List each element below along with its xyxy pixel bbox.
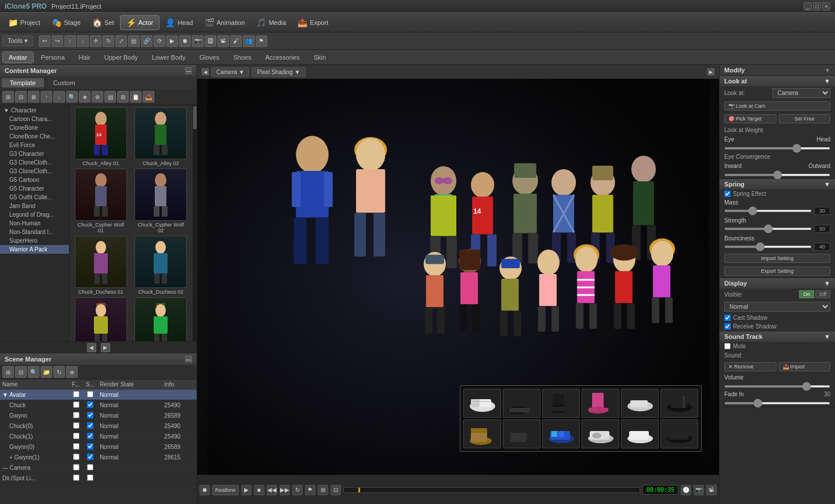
content-scrollbar[interactable] bbox=[192, 105, 197, 341]
tree-non-human[interactable]: Non-Human bbox=[0, 219, 69, 228]
spring-effect-checkbox[interactable] bbox=[724, 191, 731, 197]
content-tool-5[interactable]: ↓ bbox=[53, 91, 65, 103]
receive-shadow-checkbox[interactable] bbox=[724, 323, 731, 330]
tab-hair[interactable]: Hair bbox=[72, 52, 97, 63]
timeline-stop-button[interactable]: ■ bbox=[254, 485, 264, 495]
content-tool-7[interactable]: ★ bbox=[79, 91, 90, 103]
table-row[interactable]: Dir./Spot Li... bbox=[0, 473, 197, 484]
grid-prev-button[interactable]: ◀ bbox=[87, 343, 96, 352]
tab-template[interactable]: Template bbox=[2, 78, 44, 87]
move-down-button[interactable]: ↓ bbox=[77, 35, 89, 47]
record-button[interactable]: ⏺ bbox=[179, 35, 191, 47]
table-row[interactable]: Chuck(1) Normal 25490 bbox=[0, 432, 197, 442]
row-f[interactable] bbox=[70, 400, 84, 411]
look-at-select[interactable]: Camera bbox=[772, 88, 830, 98]
look-at-cam-button[interactable]: 📷 Look at Cam bbox=[724, 101, 830, 111]
cast-shadow-checkbox[interactable] bbox=[724, 315, 731, 321]
timeline-extra2-button[interactable]: ⊞ bbox=[318, 485, 328, 495]
content-import[interactable]: 📥 bbox=[143, 91, 154, 103]
shoe-item[interactable] bbox=[463, 419, 501, 448]
undo-button[interactable]: ↩ bbox=[39, 35, 50, 47]
tree-superhero[interactable]: SuperHero bbox=[0, 236, 69, 245]
tree-clonebone-che[interactable]: CloneBone Che... bbox=[0, 132, 69, 141]
grid-item-chuck-duchess-01[interactable]: Chuck_Duchess 01 bbox=[72, 236, 130, 295]
row-f[interactable] bbox=[70, 432, 84, 442]
tree-g5-cartoon[interactable]: G5 Cartoon bbox=[0, 176, 69, 184]
timeline-video-button[interactable]: 📽 bbox=[706, 485, 717, 495]
row-f[interactable] bbox=[70, 421, 84, 432]
scene-tool-4[interactable]: 📁 bbox=[41, 366, 52, 378]
tab-accessories[interactable]: Accessories bbox=[259, 52, 306, 63]
content-tool-11[interactable]: 📋 bbox=[130, 91, 141, 103]
shoe-item[interactable] bbox=[542, 389, 580, 418]
strength-slider[interactable] bbox=[724, 228, 812, 230]
content-tool-10[interactable]: ⊞ bbox=[117, 91, 129, 103]
tab-gloves[interactable]: Gloves bbox=[193, 52, 226, 63]
refresh-button[interactable]: ⟳ bbox=[154, 35, 165, 47]
scene-tool-5[interactable]: ↻ bbox=[53, 366, 65, 378]
maximize-button[interactable]: □ bbox=[813, 2, 821, 10]
row-s[interactable] bbox=[84, 442, 97, 452]
timeline-next-button[interactable]: ▶▶ bbox=[279, 485, 290, 495]
tools-menu[interactable]: Tools ▾ bbox=[2, 35, 33, 46]
timeline-loop-button[interactable]: ↻ bbox=[292, 485, 303, 495]
row-s[interactable] bbox=[84, 432, 97, 442]
content-manager-collapse[interactable]: — bbox=[185, 67, 192, 74]
shoe-item[interactable] bbox=[621, 389, 659, 418]
timeline-camera-button[interactable]: 📷 bbox=[694, 485, 704, 495]
move-button[interactable]: ✛ bbox=[90, 35, 101, 47]
row-s[interactable] bbox=[84, 400, 97, 411]
shoe-item[interactable] bbox=[542, 419, 580, 448]
scene-tool-6[interactable]: ⊕ bbox=[66, 366, 78, 378]
mute-checkbox[interactable] bbox=[724, 343, 731, 349]
pick-target-button[interactable]: 🎯 Pick Target bbox=[724, 114, 776, 123]
export-setting-button[interactable]: Export Setting bbox=[724, 266, 830, 276]
table-row[interactable]: Gwynn(0) Normal 26589 bbox=[0, 442, 197, 452]
video-button[interactable]: 📽 bbox=[217, 35, 229, 47]
table-row[interactable]: ▼ Avatar Normal bbox=[0, 390, 197, 400]
tab-shoes[interactable]: Shoes bbox=[227, 52, 257, 63]
import-setting-button[interactable]: Import Setting bbox=[724, 254, 830, 263]
content-tool-6[interactable]: 🔍 bbox=[66, 91, 78, 103]
row-s[interactable] bbox=[84, 390, 97, 400]
camera-selector[interactable]: Camera ▼ bbox=[211, 67, 249, 77]
table-row[interactable]: + Gwynn(1) Normal 28615 bbox=[0, 452, 197, 463]
content-tool-2[interactable]: ⊟ bbox=[15, 91, 27, 103]
shoe-item[interactable] bbox=[582, 389, 619, 418]
import-sound-button[interactable]: 📥 Import bbox=[779, 362, 831, 371]
remove-sound-button[interactable]: ✕ Remove bbox=[724, 362, 776, 371]
timeline-prev-button[interactable]: ◀◀ bbox=[267, 485, 277, 495]
minimize-button[interactable]: _ bbox=[804, 2, 812, 10]
grid-item-chuck-duchess-02[interactable]: Chuck_Duchess 02 bbox=[132, 236, 190, 295]
table-row[interactable]: Chuck(0) Normal 25490 bbox=[0, 421, 197, 432]
row-s[interactable] bbox=[84, 452, 97, 463]
shoe-item[interactable] bbox=[582, 419, 619, 448]
row-f[interactable] bbox=[70, 442, 84, 452]
people-button[interactable]: 👥 bbox=[243, 35, 255, 47]
shoe-item[interactable] bbox=[503, 419, 540, 448]
eye-head-slider[interactable] bbox=[724, 147, 830, 149]
link-button[interactable]: 🔗 bbox=[141, 35, 153, 47]
select-button[interactable]: ▤ bbox=[128, 35, 140, 47]
move-up-button[interactable]: ↑ bbox=[64, 35, 76, 47]
grid-next-button[interactable]: ▶ bbox=[101, 343, 110, 352]
nav-export[interactable]: 📤 Export bbox=[292, 16, 334, 30]
nav-actor[interactable]: ⚡ Actor bbox=[120, 15, 160, 30]
tree-character[interactable]: ▼ Character bbox=[0, 106, 69, 115]
display-mode-select[interactable]: Normal bbox=[724, 302, 830, 312]
screenshot-button[interactable]: 🖼 bbox=[205, 35, 216, 47]
content-tool-8[interactable]: ⊕ bbox=[92, 91, 103, 103]
tree-g5-character[interactable]: G5 Character bbox=[0, 184, 69, 193]
table-row[interactable]: — Camera bbox=[0, 463, 197, 473]
scale-button[interactable]: ⤢ bbox=[115, 35, 127, 47]
nav-project[interactable]: 📁 Project bbox=[2, 16, 46, 30]
row-s[interactable] bbox=[84, 411, 97, 421]
tree-clonebone[interactable]: CloneBone bbox=[0, 123, 69, 132]
volume-slider[interactable] bbox=[724, 385, 830, 388]
row-f[interactable] bbox=[70, 411, 84, 421]
tab-avatar[interactable]: Avatar bbox=[2, 52, 34, 63]
table-row[interactable]: Chuck Normal 25490 bbox=[0, 400, 197, 411]
scene-tool-1[interactable]: ⊞ bbox=[2, 366, 14, 378]
grid-item-chuck-shygirl-01[interactable]: Chuck_Shygirl 01 bbox=[72, 297, 130, 341]
mass-slider[interactable] bbox=[724, 210, 812, 212]
